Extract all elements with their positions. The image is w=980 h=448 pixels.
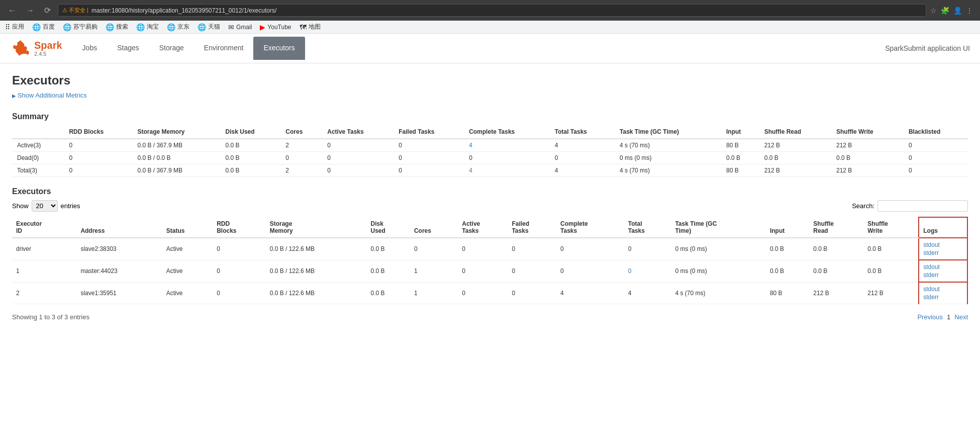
forward-button[interactable]: → (23, 5, 37, 16)
main-content: Executors Show Additional Metrics Summar… (0, 63, 980, 331)
exec-tasktime: 4 s (70 ms) (671, 282, 766, 304)
summary-active: 0 (322, 152, 394, 164)
exec-header-active: ActiveTasks (458, 217, 508, 238)
url-bar[interactable]: ⚠ 不安全 | master:18080/history/application… (58, 4, 926, 17)
log-link-stdout[interactable]: stdout (923, 286, 963, 293)
search-input[interactable] (877, 200, 968, 212)
search-box: Search: (852, 200, 968, 212)
exec-header-logs: Logs (919, 217, 967, 238)
exec-active: 0 (458, 238, 508, 260)
bookmark-taobao[interactable]: 🌐 淘宝 (136, 23, 159, 31)
bookmark-baidu[interactable]: 🌐 百度 (32, 23, 55, 31)
search-label: Search: (852, 202, 874, 210)
summary-section-title: Summary (12, 112, 968, 121)
bookmark-suning[interactable]: 🌐 苏宁易购 (63, 23, 97, 31)
executors-table: ExecutorID Address Status RDDBlocks Stor… (12, 217, 968, 304)
summary-complete-tasks[interactable]: 4 (464, 164, 550, 177)
executors-section-title: Executors (12, 187, 968, 196)
exec-shuffle-write: 0.0 B (863, 260, 919, 282)
log-link-stderr[interactable]: stderr (923, 294, 963, 301)
exec-complete: 0 (556, 260, 624, 282)
log-link-stderr[interactable]: stderr (923, 272, 963, 279)
extensions-icon[interactable]: 🧩 (941, 7, 949, 15)
summary-header-failed: Failed Tasks (394, 125, 464, 139)
exec-rdd: 0 (213, 238, 266, 260)
summary-header-input: Input (721, 125, 759, 139)
exec-shuffle-read: 0.0 B (809, 238, 863, 260)
star-icon[interactable]: ☆ (930, 7, 937, 15)
exec-storage: 0.0 B / 122.6 MB (266, 238, 367, 260)
summary-row-label: Total(3) (12, 164, 64, 177)
exec-disk: 0.0 B (367, 238, 410, 260)
entries-select[interactable]: 20 10 50 100 (32, 200, 58, 212)
summary-cores: 2 (280, 139, 322, 152)
summary-disk: 0.0 B (221, 152, 281, 164)
summary-shuffle-write: 212 B (831, 164, 904, 177)
back-button[interactable]: ← (5, 5, 19, 16)
exec-cores: 1 (410, 282, 458, 304)
summary-header-blacklisted: Blacklisted (904, 125, 968, 139)
exec-tasktime: 0 ms (0 ms) (671, 260, 766, 282)
previous-button[interactable]: Previous (917, 313, 943, 321)
bookmark-apps[interactable]: ⠿ 应用 (5, 23, 24, 31)
nav-storage[interactable]: Storage (149, 37, 194, 60)
summary-shuffle-read: 212 B (759, 164, 831, 177)
spark-logo-text: Spark (34, 40, 62, 51)
summary-tasktime: 4 s (70 ms) (615, 164, 721, 177)
bookmark-maps[interactable]: 🗺 地图 (300, 23, 321, 31)
bookmarks-bar: ⠿ 应用 🌐 百度 🌐 苏宁易购 🌐 搜索 🌐 淘宝 🌐 京东 🌐 天猫 ✉ (0, 21, 980, 34)
pagination: Previous 1 Next (917, 313, 968, 321)
nav-environment[interactable]: Environment (194, 37, 254, 60)
log-link-stderr[interactable]: stderr (923, 249, 963, 256)
summary-cores: 2 (280, 164, 322, 177)
exec-logs: stdoutstderr (919, 260, 967, 282)
summary-header-cores: Cores (280, 125, 322, 139)
show-label: Show (12, 202, 29, 210)
menu-icon[interactable]: ⋮ (966, 7, 973, 15)
exec-active: 0 (458, 282, 508, 304)
exec-address: slave2:38303 (76, 238, 162, 260)
exec-header-status: Status (162, 217, 213, 238)
exec-shuffle-write: 212 B (863, 282, 919, 304)
showing-entries-text: Showing 1 to 3 of 3 entries (12, 313, 89, 321)
bookmark-jd[interactable]: 🌐 京东 (167, 23, 189, 31)
summary-input: 80 B (721, 164, 759, 177)
suning-icon: 🌐 (63, 23, 71, 31)
profile-icon[interactable]: 👤 (953, 7, 962, 15)
baidu-icon: 🌐 (32, 23, 41, 31)
exec-total[interactable]: 0 (624, 260, 671, 282)
summary-blacklisted: 0 (904, 152, 968, 164)
exec-status: Active (162, 238, 213, 260)
summary-header-active: Active Tasks (322, 125, 394, 139)
summary-active: 0 (322, 139, 394, 152)
exec-header-total: TotalTasks (624, 217, 671, 238)
nav-stages[interactable]: Stages (107, 37, 149, 60)
bookmark-search[interactable]: 🌐 搜索 (106, 23, 128, 31)
summary-disk: 0.0 B (221, 164, 281, 177)
youtube-icon: ▶ (260, 23, 265, 31)
exec-header-failed: FailedTasks (508, 217, 556, 238)
summary-rdd: 0 (64, 164, 132, 177)
summary-header-disk: Disk Used (221, 125, 281, 139)
bookmark-gmail[interactable]: ✉ Gmail (228, 23, 252, 31)
exec-total: 4 (624, 282, 671, 304)
log-link-stdout[interactable]: stdout (923, 263, 963, 271)
show-additional-metrics-link[interactable]: Show Additional Metrics (12, 92, 87, 99)
next-button[interactable]: Next (954, 313, 968, 321)
spark-logo-icon (10, 38, 31, 59)
summary-total: 4 (550, 164, 615, 177)
exec-logs: stdoutstderr (919, 238, 967, 260)
summary-complete-tasks[interactable]: 4 (464, 139, 550, 152)
bookmark-youtube[interactable]: ▶ YouTube (260, 23, 291, 31)
bookmark-tianmao[interactable]: 🌐 天猫 (198, 23, 220, 31)
log-link-stdout[interactable]: stdout (923, 241, 963, 248)
nav-jobs[interactable]: Jobs (72, 37, 108, 60)
nav-executors[interactable]: Executors (253, 37, 305, 60)
exec-shuffle-write: 0.0 B (863, 238, 919, 260)
summary-tasktime: 0 ms (0 ms) (615, 152, 721, 164)
summary-failed: 0 (394, 164, 464, 177)
summary-header-rdd: RDD Blocks (64, 125, 132, 139)
security-warning: ⚠ 不安全 | (62, 7, 88, 14)
tianmao-icon: 🌐 (198, 23, 206, 31)
reload-button[interactable]: ⟳ (41, 5, 54, 16)
